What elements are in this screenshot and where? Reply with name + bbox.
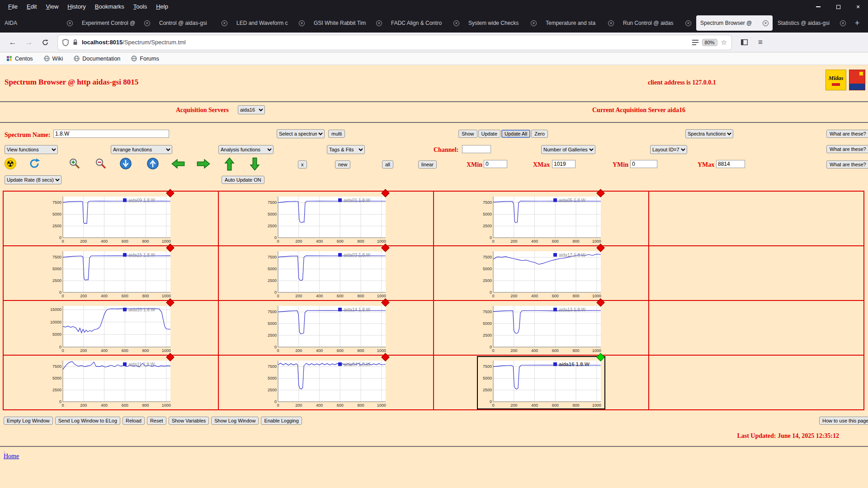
update-rate-dropdown[interactable]: Update Rate (8 secs) — [5, 175, 61, 184]
tab-close-icon[interactable]: × — [531, 20, 537, 26]
zoom-in-icon[interactable] — [68, 158, 81, 172]
update-button[interactable]: Update — [478, 130, 500, 138]
tab-close-icon[interactable]: × — [376, 20, 382, 26]
spectrum-cell[interactable]: 020040060080010000250050007500aida11 1.8… — [3, 355, 218, 410]
tab-control-aidas-gsi[interactable]: Control @ aidas-gsi × — [155, 15, 231, 31]
bookmark-star-icon[interactable]: ☆ — [721, 38, 727, 47]
show-variables-button[interactable]: Show Variables — [169, 417, 209, 425]
send-log-to-elog-button[interactable]: Send Log Window to ELog — [55, 417, 120, 425]
what-are-these-button-2[interactable]: What are these? — [826, 145, 868, 153]
linear-button[interactable]: linear — [418, 160, 437, 169]
ymin-input[interactable] — [630, 160, 657, 168]
menu-help[interactable]: Help — [151, 0, 173, 14]
multi-button[interactable]: multi — [328, 130, 345, 138]
spectrum-chart-aida15[interactable]: 020040060080010000250050007500aida15 1.8… — [47, 248, 174, 299]
spectrum-cell[interactable]: 020040060080010000250050007500aida13 1.8… — [434, 300, 649, 355]
close-icon[interactable]: × — [848, 0, 868, 14]
spectrum-chart-aida14[interactable]: 020040060080010000250050007500aida14 1.8… — [263, 302, 389, 354]
menu-edit[interactable]: Edit — [22, 0, 41, 14]
tab-white-rabbit[interactable]: GSI White Rabbit Tim × — [310, 15, 386, 31]
home-link[interactable]: Home — [4, 453, 19, 460]
tab-close-icon[interactable]: × — [144, 20, 150, 26]
menu-view[interactable]: View — [41, 0, 63, 14]
lock-icon[interactable] — [72, 39, 78, 46]
show-button[interactable]: Show — [458, 130, 477, 138]
bookmark-wiki[interactable]: Wiki — [44, 56, 63, 62]
maximize-icon[interactable] — [828, 0, 848, 14]
all-button[interactable]: all — [382, 160, 393, 169]
menu-history[interactable]: History — [63, 0, 90, 14]
spectrum-cell[interactable]: 020040060080010000250050007500aida15 1.8… — [3, 246, 218, 300]
tracking-shield-icon[interactable] — [62, 39, 69, 46]
how-to-use-button[interactable]: How to use this page — [819, 417, 868, 425]
ymax-input[interactable] — [716, 160, 745, 168]
zero-button[interactable]: Zero — [531, 130, 548, 138]
refresh-icon[interactable] — [28, 157, 41, 172]
tab-fadc-align[interactable]: FADC Align & Contro × — [387, 15, 463, 31]
spectrum-cell[interactable] — [649, 246, 864, 300]
spectrum-cell[interactable]: 020040060080010000250050007500aida09 1.8… — [3, 191, 218, 246]
acquisition-server-select[interactable]: aida16 — [238, 105, 265, 114]
tab-temperature[interactable]: Temperature and sta × — [542, 15, 618, 31]
auto-update-button[interactable]: Auto Update ON — [222, 176, 264, 184]
spectrum-chart-aida01[interactable]: 020040060080010000250050007500aida01 1.8… — [263, 193, 389, 244]
zoom-out-icon[interactable] — [94, 158, 108, 172]
spectrum-chart-aida13[interactable]: 020040060080010000250050007500aida13 1.8… — [478, 302, 604, 354]
shrink-y-icon[interactable] — [146, 157, 159, 172]
reload-icon[interactable] — [38, 36, 52, 49]
bookmark-documentation[interactable]: Documentation — [74, 56, 120, 62]
bookmark-forums[interactable]: Forums — [131, 56, 159, 62]
empty-log-window-button[interactable]: Empty Log Window — [4, 417, 53, 425]
spectrum-chart-aida05[interactable]: 020040060080010000250050007500aida05 1.8… — [478, 193, 604, 244]
spectrum-chart-aida12[interactable]: 020040060080010000250050007500aida12 1.8… — [478, 248, 604, 299]
arrange-functions-dropdown[interactable]: Arrange functions — [111, 145, 172, 154]
tab-close-icon[interactable]: × — [299, 20, 305, 26]
spectrum-cell[interactable] — [649, 300, 864, 355]
bookmark-centos[interactable]: Centos — [6, 56, 33, 62]
spectrum-cell[interactable]: 020040060080010000250050007500aida12 1.8… — [434, 246, 649, 300]
menu-file[interactable]: File — [4, 0, 22, 14]
spectra-functions-dropdown[interactable]: Spectra functions — [685, 129, 733, 138]
tab-close-icon[interactable]: × — [840, 20, 846, 26]
scroll-right-icon[interactable] — [196, 159, 211, 171]
tab-run-control[interactable]: Run Control @ aidas × — [619, 15, 695, 31]
scroll-left-icon[interactable] — [171, 159, 185, 171]
reset-button[interactable]: Reset — [147, 417, 166, 425]
tab-close-icon[interactable]: × — [222, 20, 227, 26]
spectrum-name-input[interactable] — [53, 130, 169, 138]
spectrum-cell[interactable] — [649, 191, 864, 246]
url-bar[interactable]: localhost:8015/Spectrum/Spectrum.tml 80%… — [58, 35, 731, 50]
spectrum-cell[interactable]: 020040060080010000250050007500aida04 1.8… — [218, 355, 434, 410]
new-button[interactable]: new — [335, 160, 350, 169]
tags-fits-dropdown[interactable]: Tags & Fits — [327, 145, 365, 154]
menu-bookmarks[interactable]: Bookmarks — [90, 0, 129, 14]
select-spectrum-dropdown[interactable]: Select a spectrum — [277, 129, 325, 138]
layout-id-dropdown[interactable]: Layout ID=7 — [650, 145, 687, 154]
tab-aida[interactable]: AIDA × — [0, 15, 77, 31]
spectrum-chart-aida10[interactable]: 02004006008001000050001000015000aida10 1… — [47, 302, 174, 354]
spectrum-cell[interactable]: 02004006008001000050001000015000aida10 1… — [3, 300, 218, 355]
url-text[interactable]: localhost:8015/Spectrum/Spectrum.tml — [82, 39, 689, 46]
zoom-level-badge[interactable]: 80% — [702, 39, 717, 46]
forward-icon[interactable]: → — [22, 36, 36, 49]
radiation-icon[interactable]: ☢ — [5, 158, 16, 169]
spectrum-chart-aida04[interactable]: 020040060080010000250050007500aida04 1.8… — [263, 357, 389, 408]
update-all-button[interactable]: Update All — [501, 130, 530, 138]
tab-close-icon[interactable]: × — [685, 20, 691, 26]
enable-logging-button[interactable]: Enable Logging — [261, 417, 302, 425]
reader-mode-icon[interactable] — [692, 40, 698, 45]
spectrum-cell[interactable]: 020040060080010000250050007500aida01 1.8… — [218, 191, 434, 246]
sidebar-icon[interactable] — [737, 36, 751, 49]
xmax-input[interactable] — [552, 160, 576, 168]
number-of-galleries-dropdown[interactable]: Number of Galleries — [541, 145, 595, 154]
tab-close-icon[interactable]: × — [67, 20, 73, 26]
tab-close-icon[interactable]: × — [453, 20, 459, 26]
view-functions-dropdown[interactable]: View functions — [5, 145, 58, 154]
show-log-window-button[interactable]: Show Log Window — [211, 417, 259, 425]
scroll-down-icon[interactable] — [250, 157, 260, 173]
hamburger-menu-icon[interactable]: ≡ — [753, 36, 768, 49]
spectrum-cell[interactable]: 020040060080010000250050007500aida05 1.8… — [434, 191, 649, 246]
menu-tools[interactable]: Tools — [129, 0, 151, 14]
channel-input[interactable] — [462, 145, 491, 153]
tab-statistics[interactable]: Statistics @ aidas-gsi × — [774, 15, 850, 31]
